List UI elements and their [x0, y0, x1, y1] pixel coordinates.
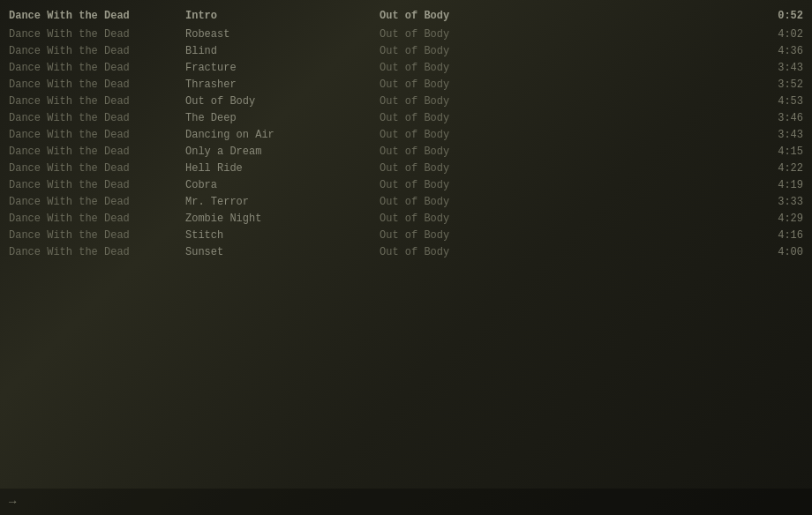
- track-album: Out of Body: [380, 229, 750, 242]
- track-title: Thrasher: [185, 78, 380, 91]
- track-artist: Dance With the Dead: [9, 129, 185, 141]
- track-artist: Dance With the Dead: [9, 179, 185, 191]
- track-duration: 4:29: [750, 213, 803, 225]
- track-album: Out of Body: [380, 162, 750, 175]
- track-title: Sunset: [185, 246, 380, 258]
- track-duration: 4:00: [750, 246, 803, 258]
- track-artist: Dance With the Dead: [9, 146, 185, 158]
- track-album: Out of Body: [380, 196, 750, 208]
- track-album: Out of Body: [380, 146, 750, 158]
- arrow-icon: →: [9, 495, 16, 509]
- track-album: Out of Body: [380, 179, 750, 191]
- track-row[interactable]: Dance With the DeadRobeastOut of Body4:0…: [0, 26, 812, 42]
- track-album: Out of Body: [380, 129, 750, 141]
- track-row[interactable]: Dance With the DeadCobraOut of Body4:19: [0, 176, 812, 193]
- track-duration: 4:15: [750, 146, 803, 158]
- track-list-header: Dance With the Dead Intro Out of Body 0:…: [0, 7, 812, 24]
- track-duration: 3:46: [750, 112, 803, 124]
- track-row[interactable]: Dance With the DeadSunsetOut of Body4:00: [0, 243, 812, 260]
- track-artist: Dance With the Dead: [9, 229, 185, 242]
- track-title: Stitch: [185, 229, 380, 242]
- track-title: The Deep: [185, 112, 380, 124]
- track-row[interactable]: Dance With the DeadOut of BodyOut of Bod…: [0, 93, 812, 109]
- track-title: Blind: [185, 45, 380, 57]
- bottom-bar: →: [0, 489, 812, 515]
- track-artist: Dance With the Dead: [9, 78, 185, 91]
- track-row[interactable]: Dance With the DeadZombie NightOut of Bo…: [0, 210, 812, 227]
- track-title: Robeast: [185, 28, 380, 41]
- track-row[interactable]: Dance With the DeadThrasherOut of Body3:…: [0, 76, 812, 93]
- track-artist: Dance With the Dead: [9, 28, 185, 41]
- track-album: Out of Body: [380, 28, 750, 41]
- track-duration: 4:22: [750, 162, 803, 175]
- track-artist: Dance With the Dead: [9, 246, 185, 258]
- track-album: Out of Body: [380, 112, 750, 124]
- track-row[interactable]: Dance With the DeadThe DeepOut of Body3:…: [0, 109, 812, 126]
- track-artist: Dance With the Dead: [9, 162, 185, 175]
- track-title: Dancing on Air: [185, 129, 380, 141]
- header-album: Out of Body: [380, 10, 750, 22]
- track-artist: Dance With the Dead: [9, 196, 185, 208]
- track-album: Out of Body: [380, 95, 750, 108]
- track-duration: 4:16: [750, 229, 803, 242]
- track-row[interactable]: Dance With the DeadMr. TerrorOut of Body…: [0, 193, 812, 210]
- track-album: Out of Body: [380, 78, 750, 91]
- track-artist: Dance With the Dead: [9, 95, 185, 108]
- header-artist: Dance With the Dead: [9, 10, 185, 22]
- header-title: Intro: [185, 10, 380, 22]
- track-duration: 4:53: [750, 95, 803, 108]
- track-album: Out of Body: [380, 246, 750, 258]
- track-title: Only a Dream: [185, 146, 380, 158]
- track-duration: 3:52: [750, 78, 803, 91]
- track-row[interactable]: Dance With the DeadFractureOut of Body3:…: [0, 59, 812, 76]
- track-artist: Dance With the Dead: [9, 62, 185, 74]
- track-duration: 4:19: [750, 179, 803, 191]
- track-title: Hell Ride: [185, 162, 380, 175]
- track-artist: Dance With the Dead: [9, 213, 185, 225]
- track-row[interactable]: Dance With the DeadStitchOut of Body4:16: [0, 227, 812, 243]
- track-title: Cobra: [185, 179, 380, 191]
- track-title: Zombie Night: [185, 213, 380, 225]
- track-duration: 3:43: [750, 129, 803, 141]
- track-title: Out of Body: [185, 95, 380, 108]
- track-album: Out of Body: [380, 45, 750, 57]
- track-artist: Dance With the Dead: [9, 112, 185, 124]
- track-duration: 3:43: [750, 62, 803, 74]
- track-row[interactable]: Dance With the DeadHell RideOut of Body4…: [0, 160, 812, 176]
- track-duration: 4:02: [750, 28, 803, 41]
- track-duration: 4:36: [750, 45, 803, 57]
- track-album: Out of Body: [380, 213, 750, 225]
- track-row[interactable]: Dance With the DeadOnly a DreamOut of Bo…: [0, 143, 812, 160]
- header-duration: 0:52: [750, 10, 803, 22]
- track-list: Dance With the Dead Intro Out of Body 0:…: [0, 0, 812, 267]
- track-artist: Dance With the Dead: [9, 45, 185, 57]
- track-row[interactable]: Dance With the DeadBlindOut of Body4:36: [0, 42, 812, 59]
- track-duration: 3:33: [750, 196, 803, 208]
- track-title: Mr. Terror: [185, 196, 380, 208]
- track-title: Fracture: [185, 62, 380, 74]
- track-row[interactable]: Dance With the DeadDancing on AirOut of …: [0, 126, 812, 143]
- track-album: Out of Body: [380, 62, 750, 74]
